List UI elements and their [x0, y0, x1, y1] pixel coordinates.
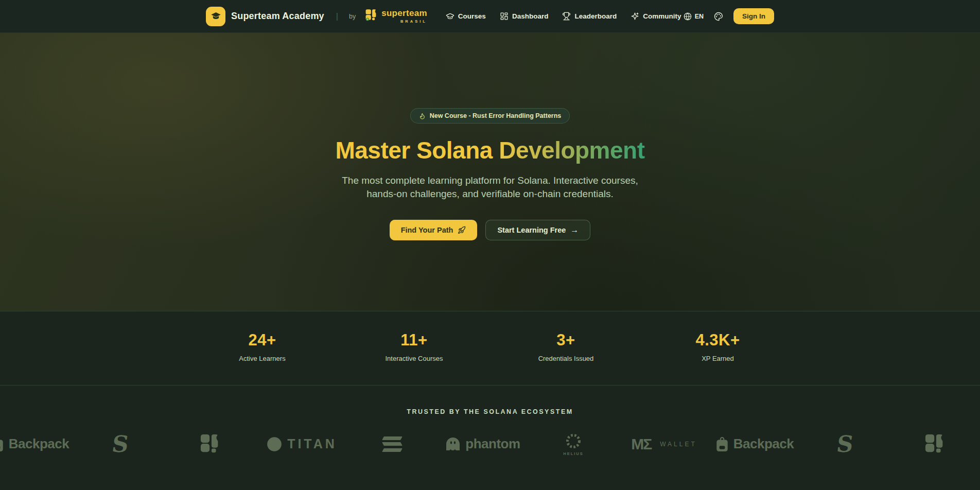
new-course-badge[interactable]: New Course - Rust Error Handling Pattern… [410, 108, 570, 124]
stat-value: 3+ [490, 331, 642, 349]
blackletter-s-logo: S [835, 431, 855, 457]
palette-icon [714, 12, 723, 21]
badge-text: New Course - Rust Error Handling Pattern… [430, 112, 562, 119]
nav-item-community[interactable]: Community [631, 12, 681, 21]
trusted-heading: TRUSTED BY THE SOLANA ECOSYSTEM [0, 408, 980, 415]
hero-section: New Course - Rust Error Handling Pattern… [0, 33, 980, 311]
trusted-section: TRUSTED BY THE SOLANA ECOSYSTEM Backpack… [0, 386, 980, 490]
stat-value: 24+ [186, 331, 338, 349]
magic-eden-wallet-logo: MΣ WALLET [631, 435, 697, 453]
stat-active-learners: 24+ Active Learners [186, 331, 338, 362]
navbar: Superteam Academy | by superteam BRASIL [0, 0, 980, 33]
stats-band: 24+ Active Learners 11+ Interactive Cour… [0, 311, 980, 386]
helius-sun-icon [565, 432, 582, 450]
nav-item-label: Leaderboard [574, 12, 617, 20]
magic-eden-mark: MΣ [631, 435, 651, 453]
titan-icon [266, 436, 283, 452]
superteam-wordmark: superteam [381, 9, 427, 18]
superteam-region-label: BRASIL [400, 19, 427, 24]
nav-item-leaderboard[interactable]: Leaderboard [562, 12, 617, 21]
brand-divider: | [336, 12, 338, 21]
academy-logo [206, 7, 225, 26]
stat-value: 4.3K+ [642, 331, 794, 349]
sparkles-icon [631, 12, 639, 21]
stat-label: Active Learners [186, 355, 338, 362]
brand-by-label: by [349, 13, 356, 20]
hero-title-primary: Master Solana [335, 137, 492, 164]
nav-item-dashboard[interactable]: Dashboard [500, 12, 549, 21]
phantom-ghost-icon [445, 437, 461, 451]
globe-icon [684, 12, 692, 21]
hero-subtitle: The most complete learning platform for … [328, 174, 652, 202]
graduation-cap-icon [211, 11, 221, 22]
stat-label: XP Earned [642, 355, 794, 362]
nav-item-courses[interactable]: Courses [446, 12, 486, 21]
rocket-icon [458, 226, 466, 234]
nav-item-label: Dashboard [512, 12, 549, 20]
brand-home-link[interactable]: Superteam Academy | by superteam BRASIL [206, 7, 427, 26]
brand-title: Superteam Academy [231, 11, 324, 22]
superteam-mark-logo [199, 433, 223, 455]
nav-item-label: Community [643, 12, 681, 20]
graduation-cap-icon [446, 12, 454, 21]
navbar-inner: Superteam Academy | by superteam BRASIL [206, 0, 774, 32]
nav-item-label: Courses [458, 12, 486, 20]
logo-marquee: Backpack S TITAN [0, 431, 980, 457]
flame-icon [419, 113, 426, 119]
backpack-icon [715, 436, 729, 452]
backpack-logo: Backpack [715, 436, 794, 452]
arrow-right-icon: → [570, 226, 579, 234]
find-your-path-label: Find Your Path [401, 226, 453, 234]
superteam-brasil-logo: superteam BRASIL [365, 9, 427, 24]
start-learning-label: Start Learning Free [497, 226, 566, 234]
superteam-mark-logo [924, 433, 948, 455]
sign-in-button[interactable]: Sign In [733, 8, 774, 24]
main-nav: Courses Dashboard Leaderboard [446, 12, 681, 21]
backpack-logo: Backpack [0, 436, 69, 452]
stat-label: Credentials Issued [490, 355, 642, 362]
hero-title: Master Solana Development [0, 136, 980, 166]
backpack-icon [0, 436, 4, 452]
language-switcher[interactable]: EN [684, 12, 704, 21]
hero-cta-row: Find Your Path Start Learning Free → [0, 220, 980, 240]
trophy-icon [562, 12, 571, 21]
superteam-brasil-mark-icon [365, 9, 378, 22]
hero-title-gradient: Development [499, 137, 644, 164]
stat-value: 11+ [338, 331, 490, 349]
solana-logo [383, 436, 401, 452]
dashboard-grid-icon [500, 12, 509, 21]
theme-toggle[interactable] [714, 12, 723, 21]
helius-logo: HELIUS [563, 432, 584, 456]
phantom-logo: phantom [445, 436, 520, 452]
find-your-path-button[interactable]: Find Your Path [390, 220, 478, 240]
navbar-right: EN Sign In [684, 8, 774, 24]
start-learning-button[interactable]: Start Learning Free → [485, 220, 590, 240]
blackletter-s-logo: S [111, 431, 131, 457]
stat-interactive-courses: 11+ Interactive Courses [338, 331, 490, 362]
stat-label: Interactive Courses [338, 355, 490, 362]
stat-xp-earned: 4.3K+ XP Earned [642, 331, 794, 362]
titan-logo: TITAN [266, 436, 337, 452]
language-label: EN [695, 13, 704, 20]
stat-credentials-issued: 3+ Credentials Issued [490, 331, 642, 362]
